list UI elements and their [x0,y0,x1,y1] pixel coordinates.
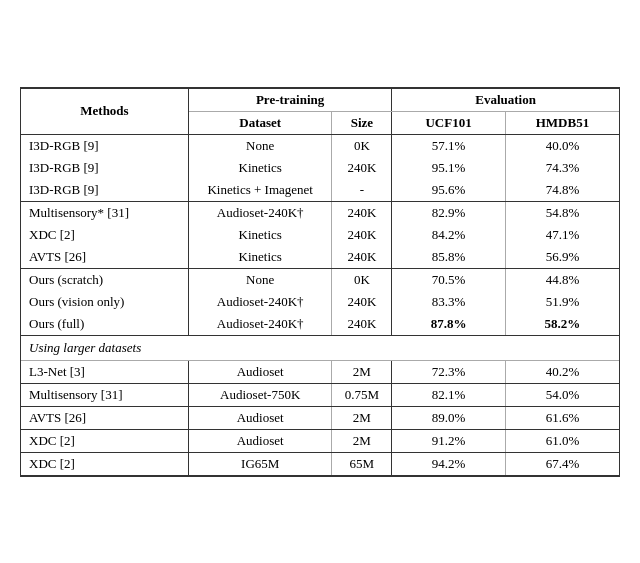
header-row-1: Methods Pre-training Evaluation [21,89,619,112]
ucf-cell: 84.2% [392,224,506,246]
table-row: Multisensory* [31] Audioset-240K† 240K 8… [21,201,619,224]
size-cell: 65M [332,452,392,475]
size-cell: - [332,179,392,202]
section-label: Using larger datasets [21,335,619,360]
size-cell: 0K [332,134,392,157]
main-table-container: Methods Pre-training Evaluation Dataset … [20,87,620,477]
ucf-cell: 91.2% [392,429,506,452]
ucf-cell: 70.5% [392,268,506,291]
table-row: Ours (scratch) None 0K 70.5% 44.8% [21,268,619,291]
size-cell: 2M [332,406,392,429]
method-cell: Ours (full) [21,313,188,336]
comparison-table: Methods Pre-training Evaluation Dataset … [21,88,619,476]
col-header-pretraining: Pre-training [188,89,391,112]
col-header-size: Size [332,111,392,134]
ucf-cell: 82.1% [392,383,506,406]
table-row: I3D-RGB [9] Kinetics + Imagenet - 95.6% … [21,179,619,202]
table-row: Ours (full) Audioset-240K† 240K 87.8% 58… [21,313,619,336]
hmdb-cell: 54.8% [505,201,619,224]
hmdb-cell: 61.0% [505,429,619,452]
method-cell: Multisensory [31] [21,383,188,406]
dataset-cell: Audioset-750K [188,383,332,406]
col-header-ucf101: UCF101 [392,111,506,134]
table-row: XDC [2] Kinetics 240K 84.2% 47.1% [21,224,619,246]
ucf-cell: 95.1% [392,157,506,179]
method-cell: Ours (vision only) [21,291,188,313]
method-cell: I3D-RGB [9] [21,179,188,202]
size-cell: 0K [332,268,392,291]
dataset-cell: Audioset [188,360,332,383]
hmdb-cell: 58.2% [505,313,619,336]
dataset-cell: Kinetics + Imagenet [188,179,332,202]
table-row: I3D-RGB [9] Kinetics 240K 95.1% 74.3% [21,157,619,179]
dataset-cell: Audioset [188,429,332,452]
table-row: Multisensory [31] Audioset-750K 0.75M 82… [21,383,619,406]
table-row: XDC [2] IG65M 65M 94.2% 67.4% [21,452,619,475]
hmdb-cell: 40.2% [505,360,619,383]
ucf-cell: 72.3% [392,360,506,383]
table-row: AVTS [26] Kinetics 240K 85.8% 56.9% [21,246,619,269]
method-cell: Multisensory* [31] [21,201,188,224]
hmdb-cell: 44.8% [505,268,619,291]
dataset-cell: Audioset-240K† [188,201,332,224]
method-cell: AVTS [26] [21,406,188,429]
dataset-cell: None [188,268,332,291]
method-cell: Ours (scratch) [21,268,188,291]
hmdb-cell: 47.1% [505,224,619,246]
method-cell: I3D-RGB [9] [21,134,188,157]
size-cell: 240K [332,201,392,224]
dataset-cell: Kinetics [188,157,332,179]
size-cell: 240K [332,246,392,269]
ucf-cell: 83.3% [392,291,506,313]
hmdb-cell: 54.0% [505,383,619,406]
table-row: L3-Net [3] Audioset 2M 72.3% 40.2% [21,360,619,383]
hmdb-cell: 61.6% [505,406,619,429]
hmdb-cell: 56.9% [505,246,619,269]
method-cell: I3D-RGB [9] [21,157,188,179]
hmdb-cell: 51.9% [505,291,619,313]
size-cell: 240K [332,224,392,246]
dataset-cell: Kinetics [188,224,332,246]
col-header-evaluation: Evaluation [392,89,619,112]
hmdb-cell: 74.8% [505,179,619,202]
table-row: XDC [2] Audioset 2M 91.2% 61.0% [21,429,619,452]
dataset-cell: IG65M [188,452,332,475]
size-cell: 240K [332,313,392,336]
col-header-hmdb51: HMDB51 [505,111,619,134]
ucf-cell: 94.2% [392,452,506,475]
dataset-cell: Kinetics [188,246,332,269]
table-row: AVTS [26] Audioset 2M 89.0% 61.6% [21,406,619,429]
size-cell: 240K [332,157,392,179]
dataset-cell: Audioset-240K† [188,291,332,313]
table-row: I3D-RGB [9] None 0K 57.1% 40.0% [21,134,619,157]
size-cell: 2M [332,429,392,452]
col-header-methods: Methods [21,89,188,135]
ucf-cell: 87.8% [392,313,506,336]
table-row: Ours (vision only) Audioset-240K† 240K 8… [21,291,619,313]
hmdb-cell: 40.0% [505,134,619,157]
section-label-row: Using larger datasets [21,335,619,360]
dataset-cell: None [188,134,332,157]
ucf-cell: 57.1% [392,134,506,157]
ucf-cell: 95.6% [392,179,506,202]
size-cell: 240K [332,291,392,313]
method-cell: XDC [2] [21,224,188,246]
size-cell: 2M [332,360,392,383]
hmdb-cell: 74.3% [505,157,619,179]
method-cell: XDC [2] [21,429,188,452]
ucf-cell: 82.9% [392,201,506,224]
ucf-cell: 89.0% [392,406,506,429]
method-cell: XDC [2] [21,452,188,475]
method-cell: AVTS [26] [21,246,188,269]
ucf-cell: 85.8% [392,246,506,269]
hmdb-cell: 67.4% [505,452,619,475]
col-header-dataset: Dataset [188,111,332,134]
dataset-cell: Audioset [188,406,332,429]
size-cell: 0.75M [332,383,392,406]
dataset-cell: Audioset-240K† [188,313,332,336]
method-cell: L3-Net [3] [21,360,188,383]
